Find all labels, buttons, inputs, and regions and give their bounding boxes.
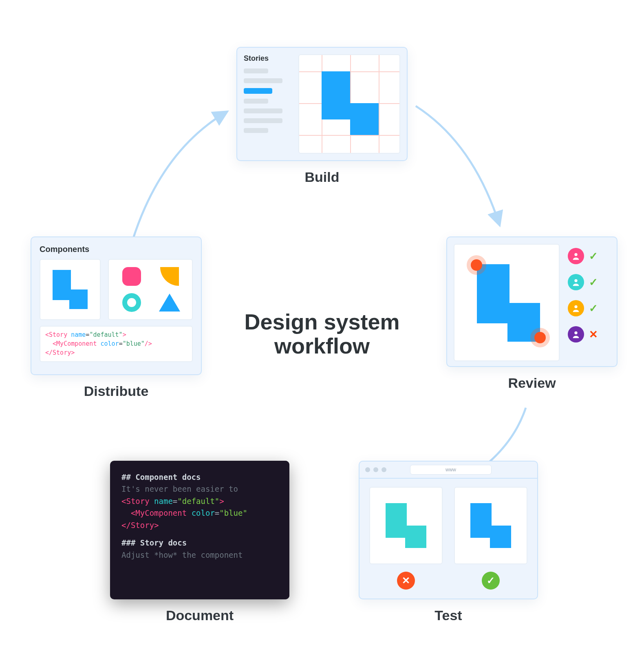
url-bar: www [410, 465, 492, 475]
test-preview [369, 487, 443, 564]
browser-chrome: www [359, 462, 537, 479]
reviewer-row: ✓ [568, 300, 610, 316]
review-card: ✓ ✓ ✓ ✕ [446, 236, 618, 367]
check-icon: ✓ [589, 276, 598, 289]
review-label: Review [508, 375, 556, 391]
review-canvas [454, 244, 560, 361]
doc-code-line: <Story name="default"> [121, 495, 278, 507]
code-line: </Story> [45, 349, 187, 358]
test-preview [454, 487, 527, 564]
sidebar-item [244, 128, 268, 133]
doc-heading: ### Story docs [121, 537, 278, 549]
code-line: <Story name="default"> [45, 331, 187, 340]
sidebar-item [244, 118, 282, 123]
shape-quarter-circle-icon [160, 267, 179, 286]
doc-text: Adjust *how* the component [121, 549, 278, 561]
distribute-label: Distribute [84, 383, 149, 399]
avatar-icon [568, 248, 584, 264]
svg-point-2 [574, 305, 577, 308]
sidebar-item [244, 68, 268, 73]
shape-triangle-icon [159, 294, 180, 312]
node-review: ✓ ✓ ✓ ✕ Review [446, 236, 618, 391]
test-variant-right: ✓ [452, 487, 529, 590]
component-preview [40, 259, 101, 320]
build-canvas [298, 54, 400, 154]
reviewer-row: ✕ [568, 326, 610, 342]
svg-point-3 [574, 331, 577, 334]
pass-icon: ✓ [482, 572, 500, 590]
doc-code-line: </Story> [121, 519, 278, 531]
avatar-icon [568, 274, 584, 290]
build-card: Stories [236, 47, 408, 161]
node-distribute: Components <Story name="defaul [31, 236, 202, 399]
document-label: Document [166, 608, 234, 623]
diagram-title-line2: workflow [244, 334, 399, 358]
distribute-card: Components <Story name="defaul [31, 236, 202, 375]
svg-point-0 [574, 253, 577, 256]
code-line: <MyComponent color="blue"/> [45, 340, 187, 349]
sidebar-item [244, 99, 268, 104]
doc-heading: ## Component docs [121, 471, 278, 483]
reviewer-row: ✓ [568, 248, 610, 264]
avatar-icon [568, 300, 584, 316]
component-glyph-grid [108, 259, 193, 320]
test-variant-left: ✕ [368, 487, 444, 590]
shape-ring-icon [122, 293, 141, 312]
x-icon: ✕ [589, 328, 598, 341]
distribute-title: Components [40, 245, 193, 254]
avatar-icon [568, 326, 584, 342]
build-sidebar-title: Stories [244, 54, 293, 63]
sidebar-item-active [244, 88, 272, 94]
review-avatars: ✓ ✓ ✓ ✕ [568, 244, 610, 342]
check-icon: ✓ [589, 302, 598, 315]
diagram-title: Design system workflow [244, 310, 399, 358]
node-document: ## Component docs It's never been easier… [110, 461, 289, 623]
test-label: Test [434, 608, 462, 623]
node-test: www ✕ [359, 461, 538, 623]
reviewer-row: ✓ [568, 274, 610, 290]
build-label: Build [305, 169, 340, 185]
check-icon: ✓ [589, 250, 598, 263]
fail-icon: ✕ [397, 572, 415, 590]
window-dots-icon [365, 467, 386, 472]
node-build: Stories [236, 47, 408, 185]
document-card: ## Component docs It's never been easier… [110, 461, 289, 599]
build-sidebar: Stories [244, 54, 293, 154]
distribute-code: <Story name="default"> <MyComponent colo… [40, 326, 193, 362]
sidebar-item [244, 108, 282, 113]
doc-code-line: <MyComponent color="blue" [121, 507, 278, 519]
svg-point-1 [574, 279, 577, 282]
annotation-marker [534, 332, 546, 343]
workflow-diagram: Design system workflow Stories [0, 0, 644, 654]
sidebar-item [244, 78, 282, 83]
shape-rounded-square-icon [122, 267, 141, 286]
doc-text: It's never been easier to [121, 483, 278, 495]
test-card: www ✕ [359, 461, 538, 599]
diagram-title-line1: Design system [244, 310, 399, 334]
annotation-marker [471, 259, 482, 271]
